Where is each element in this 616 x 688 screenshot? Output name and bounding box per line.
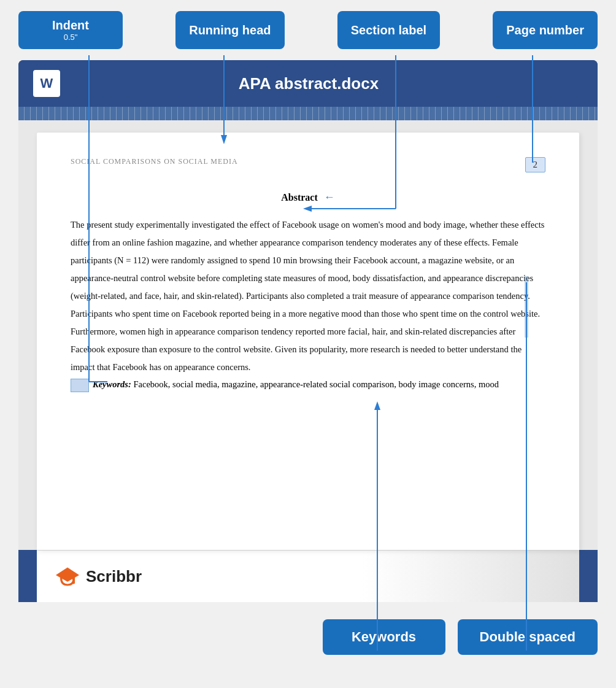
keywords-button-label: Keywords bbox=[352, 629, 416, 644]
section-heading-arrow: ← bbox=[324, 191, 335, 203]
top-labels-row: Indent 0.5" Running head Section label P… bbox=[0, 0, 616, 60]
keywords-text: Keywords: Facebook, social media, magazi… bbox=[93, 376, 499, 393]
keywords-line: Keywords: Facebook, social media, magazi… bbox=[71, 376, 545, 393]
running-head-label: Running head bbox=[189, 23, 271, 37]
running-head-text: SOCIAL COMPARISONS ON SOCIAL MEDIA bbox=[71, 157, 238, 166]
indent-label: Indent bbox=[52, 18, 89, 32]
scribbr-name: Scribbr bbox=[86, 567, 142, 586]
indent-sub-label: 0.5" bbox=[32, 33, 109, 42]
indent-button[interactable]: Indent 0.5" bbox=[18, 11, 123, 49]
word-icon: W bbox=[33, 70, 60, 97]
word-icon-letter: W bbox=[40, 75, 53, 91]
doc-page-outer: SOCIAL COMPARISONS ON SOCIAL MEDIA 2 Abs… bbox=[18, 120, 598, 550]
page-number-button[interactable]: Page number bbox=[493, 11, 598, 49]
section-label-label: Section label bbox=[351, 23, 426, 37]
keywords-button[interactable]: Keywords bbox=[323, 619, 445, 655]
ruler bbox=[18, 107, 598, 120]
section-heading: Abstract bbox=[281, 192, 318, 203]
running-head-button[interactable]: Running head bbox=[175, 11, 284, 49]
double-spaced-button-label: Double spaced bbox=[480, 629, 576, 644]
doc-title: APA abstract.docx bbox=[71, 74, 583, 93]
keywords-value: Facebook, social media, magazine, appear… bbox=[133, 379, 498, 389]
scribbr-logo: Scribbr bbox=[55, 564, 142, 589]
scribbr-icon bbox=[55, 564, 80, 589]
scribbr-area: Scribbr bbox=[37, 550, 579, 602]
page-number-box: 2 bbox=[525, 157, 546, 172]
double-spaced-button[interactable]: Double spaced bbox=[458, 619, 598, 655]
section-label-button[interactable]: Section label bbox=[337, 11, 440, 49]
doc-titlebar: W APA abstract.docx bbox=[18, 60, 598, 107]
body-text: The present study experimentally investi… bbox=[71, 216, 545, 376]
keywords-indent-marker bbox=[71, 379, 89, 392]
keywords-label: Keywords: bbox=[93, 379, 131, 389]
svg-marker-0 bbox=[56, 568, 79, 581]
page-header: SOCIAL COMPARISONS ON SOCIAL MEDIA 2 bbox=[71, 157, 545, 172]
doc-page: SOCIAL COMPARISONS ON SOCIAL MEDIA 2 Abs… bbox=[37, 133, 579, 550]
page-number-label: Page number bbox=[506, 23, 584, 37]
document-wrapper: W APA abstract.docx SOCIAL COMPARISONS O… bbox=[18, 60, 598, 602]
bottom-labels-row: Keywords Double spaced bbox=[0, 608, 616, 666]
